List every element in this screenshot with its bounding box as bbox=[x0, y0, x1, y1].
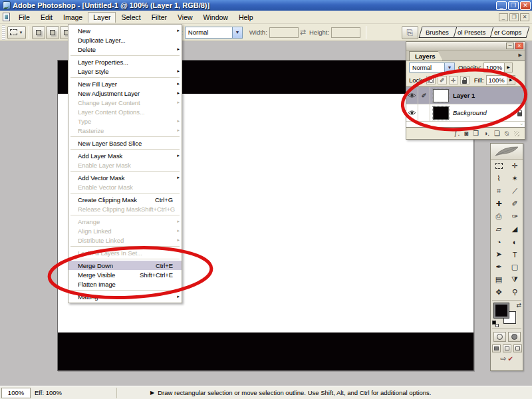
scroll-up-icon[interactable]: ⌃ bbox=[519, 88, 524, 94]
doc-close-button[interactable]: ✕ bbox=[520, 13, 529, 21]
foreground-color-swatch[interactable] bbox=[494, 303, 509, 318]
doc-restore-button[interactable]: ❐ bbox=[509, 13, 519, 21]
minimize-button[interactable]: _ bbox=[496, 1, 507, 10]
menu-item-matting[interactable]: Matting▸ bbox=[68, 292, 182, 301]
layer-row-layer-1[interactable]: ✐Layer 1 bbox=[406, 87, 525, 104]
layer-name[interactable]: Background bbox=[453, 109, 487, 116]
opacity-value[interactable]: 100% ▶ bbox=[483, 63, 513, 72]
status-play-icon[interactable]: ▶ bbox=[150, 390, 154, 396]
blend-mode-dropdown[interactable]: Normal ▼ bbox=[409, 63, 455, 72]
brush-tool[interactable]: ✐ bbox=[507, 198, 523, 210]
menu-file[interactable]: File bbox=[13, 12, 35, 23]
menu-item-layer-style[interactable]: Layer Style▸ bbox=[68, 66, 182, 76]
close-button[interactable]: ✕ bbox=[520, 1, 531, 10]
lock-transparency-button[interactable] bbox=[426, 76, 436, 84]
layer-thumbnail[interactable] bbox=[433, 106, 449, 120]
lock-all-button[interactable] bbox=[460, 76, 469, 84]
menu-item-new-layer-based-slice[interactable]: New Layer Based Slice bbox=[68, 138, 182, 148]
new-layer-set-button[interactable]: ❒ bbox=[473, 129, 479, 138]
crop-tool[interactable]: ⌗ bbox=[491, 185, 507, 198]
pen-tool[interactable]: ✒ bbox=[491, 261, 507, 273]
menu-item-layer-properties[interactable]: Layer Properties... bbox=[68, 57, 182, 66]
path-selection-tool[interactable]: ➤ bbox=[491, 248, 507, 261]
type-tool[interactable]: T bbox=[507, 248, 523, 261]
move-tool[interactable]: ✛ bbox=[507, 160, 523, 172]
width-input[interactable] bbox=[269, 27, 299, 38]
menu-select[interactable]: Select bbox=[116, 12, 146, 23]
palette-menu-arrow-icon[interactable]: ▶ bbox=[519, 53, 522, 58]
layer-style-button[interactable]: ƒ. bbox=[454, 129, 460, 138]
menu-item-flatten-image[interactable]: Flatten Image bbox=[68, 279, 182, 289]
healing-brush-tool[interactable]: ✚ bbox=[491, 198, 507, 210]
menu-edit[interactable]: Edit bbox=[35, 12, 58, 23]
fill-value[interactable]: 100% ▶ bbox=[486, 75, 515, 85]
jump-to-imageready-button[interactable]: ⇨ bbox=[500, 354, 506, 363]
restore-button[interactable]: ❐ bbox=[508, 1, 519, 10]
menu-item-add-layer-mask[interactable]: Add Layer Mask▸ bbox=[68, 151, 182, 160]
blur-tool[interactable]: ◔ bbox=[491, 235, 507, 248]
menu-item-create-clipping-mask[interactable]: Create Clipping MaskCtrl+G bbox=[68, 195, 182, 204]
new-adjustment-layer-button[interactable]: ◑. bbox=[483, 129, 489, 138]
palette-well-tab-2[interactable]: er Comps bbox=[487, 27, 529, 38]
zoom-tool[interactable]: ⚲ bbox=[507, 286, 523, 299]
paint-bucket-tool[interactable]: ◢ bbox=[507, 223, 523, 235]
slider-arrow-icon[interactable]: ▶ bbox=[504, 63, 512, 72]
menu-layer[interactable]: Layer bbox=[88, 12, 116, 23]
add-to-selection-button[interactable] bbox=[46, 26, 59, 39]
menu-image[interactable]: Image bbox=[58, 12, 88, 23]
slider-arrow-icon[interactable]: ▶ bbox=[507, 76, 515, 84]
add-layer-mask-button[interactable]: ◙ bbox=[464, 129, 468, 138]
fullscreen-menubar-button[interactable] bbox=[503, 344, 511, 352]
eye-icon[interactable] bbox=[406, 87, 418, 104]
quick-mask-mode-button[interactable] bbox=[508, 332, 521, 342]
style-dropdown[interactable]: Normal ▼ bbox=[185, 27, 243, 39]
menu-item-merge-visible[interactable]: Merge VisibleShift+Ctrl+E bbox=[68, 270, 182, 279]
lock-position-button[interactable]: ✛ bbox=[449, 76, 458, 84]
menu-item-new[interactable]: New▸ bbox=[68, 26, 182, 35]
swap-dimensions-icon[interactable]: ⇄ bbox=[300, 28, 306, 37]
marquee-tool[interactable] bbox=[491, 160, 507, 172]
current-tool-preset[interactable]: ▼ bbox=[7, 26, 26, 39]
menu-item-new-fill-layer[interactable]: New Fill Layer▸ bbox=[68, 79, 182, 88]
hand-tool[interactable]: ✥ bbox=[491, 286, 507, 299]
options-bar-grip[interactable] bbox=[2, 25, 5, 40]
eye-icon[interactable] bbox=[406, 104, 418, 121]
standard-screen-button[interactable] bbox=[492, 344, 501, 352]
new-selection-button[interactable] bbox=[32, 26, 45, 39]
dodge-tool[interactable]: ◐ bbox=[507, 235, 523, 248]
palette-well-tab-0[interactable]: Brushes bbox=[418, 27, 457, 38]
history-brush-tool[interactable]: ✑ bbox=[507, 210, 523, 223]
menu-filter[interactable]: Filter bbox=[146, 12, 172, 23]
eraser-tool[interactable]: ▱ bbox=[491, 223, 507, 235]
height-input[interactable] bbox=[331, 27, 360, 38]
notes-tool[interactable]: ▤ bbox=[491, 273, 507, 286]
lock-image-button[interactable]: ✐ bbox=[438, 76, 447, 84]
palette-minimize-button[interactable]: ─ bbox=[506, 43, 514, 49]
menu-item-delete[interactable]: Delete▸ bbox=[68, 45, 182, 54]
menu-item-new-adjustment-layer[interactable]: New Adjustment Layer▸ bbox=[68, 88, 182, 98]
palette-well-tab-1[interactable]: ol Presets bbox=[450, 27, 493, 38]
shape-tool[interactable]: ▢ bbox=[507, 261, 523, 273]
layer-thumbnail[interactable] bbox=[433, 89, 449, 102]
layer-name[interactable]: Layer 1 bbox=[453, 92, 475, 99]
menu-help[interactable]: Help bbox=[233, 12, 259, 23]
menu-window[interactable]: Window bbox=[198, 12, 233, 23]
efficiency-readout[interactable]: Eff: 100% bbox=[31, 388, 117, 398]
tab-layers[interactable]: Layers bbox=[409, 51, 443, 61]
layer-row-background[interactable]: Background bbox=[406, 104, 525, 122]
file-browser-button[interactable]: ⎘ bbox=[402, 26, 418, 39]
doc-minimize-button[interactable]: _ bbox=[499, 13, 508, 21]
new-layer-button[interactable]: ❏ bbox=[494, 129, 500, 138]
fullscreen-button[interactable] bbox=[513, 344, 522, 352]
scroll-down-icon[interactable]: ⌄ bbox=[519, 120, 524, 126]
menu-view[interactable]: View bbox=[172, 12, 198, 23]
menu-item-duplicate-layer[interactable]: Duplicate Layer... bbox=[68, 35, 182, 45]
delete-layer-button[interactable]: ⍉ bbox=[505, 129, 509, 138]
palette-close-button[interactable]: ✕ bbox=[515, 43, 523, 49]
slice-tool[interactable]: ⟋ bbox=[507, 185, 523, 198]
magic-wand-tool[interactable]: ✶ bbox=[507, 172, 523, 185]
zoom-level-field[interactable]: 100% bbox=[1, 388, 31, 398]
eyedropper-tool[interactable]: ⧩ bbox=[507, 273, 523, 286]
active-brush-icon[interactable]: ✐ bbox=[418, 87, 430, 104]
swap-colors-icon[interactable]: ⇄ bbox=[516, 302, 521, 309]
